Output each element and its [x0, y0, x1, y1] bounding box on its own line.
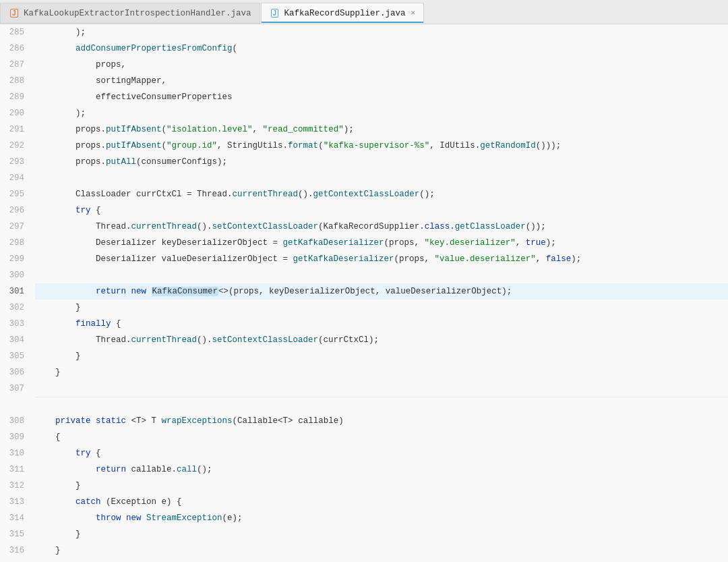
ln-302: 302 [7, 300, 24, 316]
tab-kafka-record[interactable]: KafkaRecordSupplier.java ✕ [261, 3, 425, 24]
code-line-314: throw new StreamException(e); [35, 510, 728, 526]
code-line-293: props.putAll(consumerConfigs); [35, 154, 728, 170]
ln-316: 316 [7, 542, 24, 559]
ln-310: 310 [7, 445, 24, 461]
ln-297: 297 [7, 219, 24, 235]
ln-288: 288 [7, 73, 24, 89]
ln-311: 311 [7, 461, 24, 478]
ln-290: 290 [7, 105, 24, 121]
code-line-308: private static <T> T wrapExceptions(Call… [35, 413, 728, 429]
code-line-285: ); [35, 24, 728, 40]
tab-close-button[interactable]: ✕ [411, 9, 416, 17]
active-tab-indicator [262, 22, 424, 23]
code-line-299: Deserializer valueDeserializerObject = g… [35, 251, 728, 267]
line-numbers: 285 286 287 288 289 290 291 292 293 294 … [0, 24, 32, 562]
tab-bar: KafkaLookupExtractorIntrospectionHandler… [0, 0, 728, 24]
ln-285: 285 [7, 24, 24, 40]
code-line-290: ); [35, 105, 728, 121]
code-line-302: } [35, 300, 728, 316]
ln-293: 293 [7, 154, 24, 170]
code-line-309: { [35, 429, 728, 445]
tab-label-1: KafkaLookupExtractorIntrospectionHandler… [24, 9, 251, 18]
code-line-297: Thread.currentThread().setContextClassLo… [35, 219, 728, 235]
code-area: 285 286 287 288 289 290 291 292 293 294 … [0, 24, 728, 562]
code-line-289: effectiveConsumerProperties [35, 89, 728, 105]
ln-294: 294 [7, 170, 24, 186]
ln-299: 299 [7, 251, 24, 267]
code-line-315: } [35, 526, 728, 542]
code-line-287: props, [35, 57, 728, 73]
code-line-304: Thread.currentThread().setContextClassLo… [35, 332, 728, 348]
ln-292: 292 [7, 138, 24, 154]
code-line-300 [35, 267, 728, 283]
code-line-316: } [35, 542, 728, 559]
code-line-307 [35, 381, 728, 397]
ln-304: 304 [7, 332, 24, 348]
code-line-288: sortingMapper, [35, 73, 728, 89]
ln-303: 303 [7, 316, 24, 332]
ln-317: 317 [7, 559, 24, 562]
code-line-295: ClassLoader currCtxCl = Thread.currentTh… [35, 186, 728, 202]
code-line-294 [35, 170, 728, 186]
ln-295: 295 [7, 186, 24, 202]
java-file-icon-active [271, 9, 280, 18]
code-line-291: props.putIfAbsent("isolation.level", "re… [35, 121, 728, 138]
tab-label-2: KafkaRecordSupplier.java [284, 9, 406, 18]
ln-305: 305 [7, 348, 24, 364]
code-line-296: try { [35, 202, 728, 219]
ln-300: 300 [7, 267, 24, 283]
ln-291: 291 [7, 121, 24, 138]
ln-301: 301 [7, 283, 24, 300]
code-line-313: catch (Exception e) { [35, 494, 728, 510]
ln-287: 287 [7, 57, 24, 73]
code-line-303: finally { [35, 316, 728, 332]
editor-container: KafkaLookupExtractorIntrospectionHandler… [0, 0, 728, 562]
tab-kafka-lookup[interactable]: KafkaLookupExtractorIntrospectionHandler… [0, 3, 260, 24]
code-line-286: addConsumerPropertiesFromConfig( [35, 40, 728, 57]
ln-315: 315 [7, 526, 24, 542]
code-line-310: try { [35, 445, 728, 461]
ln-313: 313 [7, 494, 24, 510]
code-line-298: Deserializer keyDeserializerObject = get… [35, 235, 728, 251]
ln-286: 286 [7, 40, 24, 57]
ln-296: 296 [7, 202, 24, 219]
ln-308: 308 [7, 413, 24, 429]
code-line-292: props.putIfAbsent("group.id", StringUtil… [35, 138, 728, 154]
code-line-separator [35, 397, 728, 413]
ln-blank [7, 397, 24, 413]
code-content: ); addConsumerPropertiesFromConfig( prop… [32, 24, 728, 562]
ln-298: 298 [7, 235, 24, 251]
java-file-icon [10, 9, 20, 18]
code-line-317 [35, 559, 728, 562]
ln-307: 307 [7, 381, 24, 397]
code-line-306: } [35, 364, 728, 381]
ln-289: 289 [7, 89, 24, 105]
ln-306: 306 [7, 364, 24, 381]
code-line-301: return new KafkaConsumer<>(props, keyDes… [35, 283, 728, 300]
code-line-311: return callable.call(); [35, 461, 728, 478]
code-line-305: } [35, 348, 728, 364]
ln-312: 312 [7, 478, 24, 494]
ln-309: 309 [7, 429, 24, 445]
ln-314: 314 [7, 510, 24, 526]
code-line-312: } [35, 478, 728, 494]
